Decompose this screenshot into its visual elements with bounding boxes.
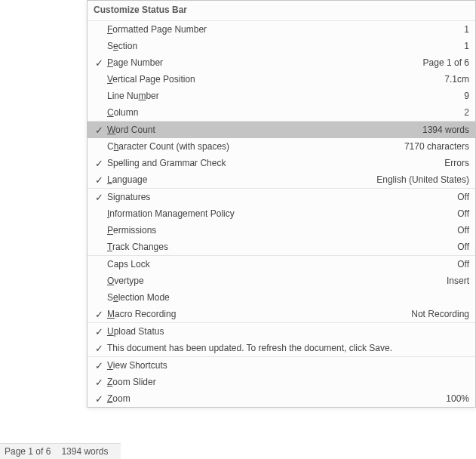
checkmark-icon: ✓ (91, 343, 107, 354)
menu-item-macro-recording[interactable]: ✓Macro RecordingNot Recording (88, 306, 475, 322)
menu-item-permissions[interactable]: PermissionsOff (88, 222, 475, 239)
menu-item-value: Not Recording (404, 309, 469, 319)
menu-item-zoom[interactable]: ✓Zoom100% (88, 390, 475, 407)
menu-item-label: Overtype (107, 276, 439, 286)
menu-item-label: Track Changes (107, 242, 450, 252)
checkmark-icon: ✓ (91, 174, 107, 186)
menu-item-label: Language (107, 174, 369, 185)
menu-item-overtype[interactable]: OvertypeInsert (88, 273, 475, 289)
menu-item-zoom-slider[interactable]: ✓Zoom Slider (88, 374, 475, 390)
menu-item-label: Zoom (107, 393, 438, 404)
menu-item-value: Off (450, 225, 469, 236)
checkmark-icon: ✓ (91, 326, 107, 337)
menu-item-value: 100% (438, 393, 469, 404)
checkmark-icon: ✓ (91, 360, 107, 371)
menu-item-value: Errors (437, 158, 469, 168)
menu-item-label: Permissions (107, 225, 450, 236)
menu-title: Customize Status Bar (88, 1, 475, 21)
menu-item-label: Formatted Page Number (107, 24, 456, 35)
menu-item-value: 1394 words (415, 125, 469, 135)
menu-item-label: View Shortcuts (107, 360, 462, 371)
checkmark-icon: ✓ (91, 57, 107, 69)
menu-item-value: 7.1cm (437, 74, 469, 85)
menu-item-value: English (United States) (369, 174, 469, 185)
checkmark-icon: ✓ (91, 377, 107, 388)
status-word-count[interactable]: 1394 words (61, 446, 108, 457)
menu-item-section[interactable]: Section1 (88, 38, 475, 54)
menu-item-label: Section (107, 41, 456, 51)
status-page-number[interactable]: Page 1 of 6 (5, 446, 51, 457)
menu-item-caps-lock[interactable]: Caps LockOff (88, 256, 475, 273)
menu-item-value: 7170 characters (397, 141, 469, 152)
menu-item-value: Off (450, 242, 469, 252)
menu-item-label: Vertical Page Position (107, 74, 437, 85)
menu-item-label: Character Count (with spaces) (107, 141, 397, 152)
menu-item-value: Page 1 of 6 (416, 57, 469, 68)
menu-item-label: Caps Lock (107, 259, 450, 270)
menu-item-language[interactable]: ✓LanguageEnglish (United States) (88, 171, 475, 188)
menu-item-label: Upload Status (107, 326, 462, 337)
checkmark-icon: ✓ (91, 393, 107, 405)
checkmark-icon: ✓ (91, 192, 107, 203)
menu-item-signatures[interactable]: ✓SignaturesOff (88, 189, 475, 205)
menu-item-character-count-with-spaces[interactable]: Character Count (with spaces)7170 charac… (88, 138, 475, 155)
menu-item-this-document-has-been-updated-to-refres[interactable]: ✓This document has been updated. To refr… (88, 340, 475, 356)
checkmark-icon: ✓ (91, 125, 107, 136)
menu-item-column[interactable]: Column2 (88, 104, 475, 121)
menu-item-vertical-page-position[interactable]: Vertical Page Position7.1cm (88, 71, 475, 88)
menu-item-label: Spelling and Grammar Check (107, 158, 437, 168)
menu-item-selection-mode[interactable]: Selection Mode (88, 289, 475, 306)
menu-item-value: 9 (456, 91, 469, 101)
menu-item-track-changes[interactable]: Track ChangesOff (88, 239, 475, 255)
checkmark-icon: ✓ (91, 158, 107, 169)
menu-item-label: Column (107, 107, 456, 118)
menu-item-value: Off (450, 192, 469, 202)
menu-item-information-management-policy[interactable]: Information Management PolicyOff (88, 205, 475, 222)
menu-item-page-number[interactable]: ✓Page NumberPage 1 of 6 (88, 54, 475, 71)
menu-item-value: 1 (456, 24, 469, 35)
menu-item-value: Off (450, 259, 469, 270)
menu-item-label: Selection Mode (107, 292, 462, 303)
menu-item-label: Word Count (107, 125, 415, 135)
menu-item-label: Information Management Policy (107, 208, 450, 219)
menu-item-label: Zoom Slider (107, 377, 462, 387)
menu-item-label: Signatures (107, 192, 450, 202)
menu-item-label: Page Number (107, 57, 416, 68)
customize-status-bar-menu: Customize Status Bar Formatted Page Numb… (87, 0, 476, 408)
menu-item-label: Line Number (107, 91, 456, 101)
menu-item-value: 1 (456, 41, 469, 51)
menu-item-value: Insert (439, 276, 469, 286)
menu-item-upload-status[interactable]: ✓Upload Status (88, 323, 475, 340)
menu-item-value: Off (450, 208, 469, 219)
menu-item-word-count[interactable]: ✓Word Count1394 words (88, 122, 475, 138)
menu-item-label: Macro Recording (107, 309, 404, 319)
menu-item-value: 2 (456, 107, 469, 118)
menu-item-view-shortcuts[interactable]: ✓View Shortcuts (88, 357, 475, 374)
status-bar: Page 1 of 6 1394 words (0, 443, 121, 459)
menu-item-formatted-page-number[interactable]: Formatted Page Number1 (88, 21, 475, 38)
checkmark-icon: ✓ (91, 309, 107, 320)
menu-item-spelling-and-grammar-check[interactable]: ✓Spelling and Grammar CheckErrors (88, 155, 475, 171)
menu-item-line-number[interactable]: Line Number9 (88, 88, 475, 104)
menu-item-label: This document has been updated. To refre… (107, 343, 462, 353)
